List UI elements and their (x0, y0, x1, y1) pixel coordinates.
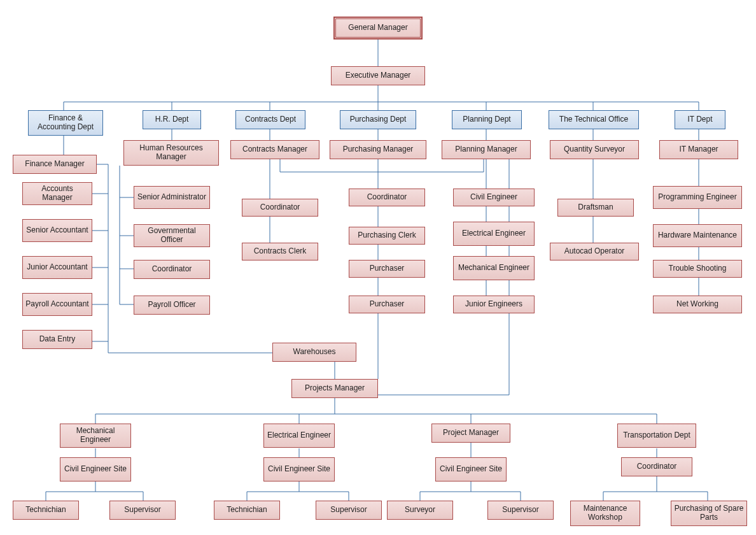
label: Projects Manager (305, 384, 365, 393)
node-warehouses: Warehouses (272, 343, 356, 362)
pm-surveyor: Surveyor (387, 501, 453, 520)
label: Supervisor (330, 506, 367, 515)
label: Electrical Engineer (462, 229, 526, 238)
label: Mechanical Engineer (458, 264, 529, 273)
pm-civil-site-3: Civil Engineer Site (435, 457, 507, 481)
mgr-finance: Finance Manager (13, 155, 97, 174)
hr-senior-administrator: Senior Administrator (134, 186, 210, 209)
label: Planning Dept (463, 115, 510, 124)
label: Finance & Accounting Dept (31, 114, 100, 132)
purchasing-purchaser-1: Purchaser (349, 260, 425, 278)
label: Governmental Officer (137, 227, 207, 245)
label: Supervisor (502, 506, 538, 515)
mgr-contracts: Contracts Manager (230, 140, 319, 159)
finance-accounts-manager: Accounts Manager (22, 182, 92, 205)
pm-transportation-dept: Transportation Dept (617, 424, 696, 448)
label: Coordinator (152, 265, 192, 274)
label: Contracts Clerk (254, 247, 307, 256)
planning-mechanical-engineer: Mechanical Engineer (453, 256, 535, 280)
label: The Technical Office (559, 115, 628, 124)
dept-it: IT Dept (675, 110, 725, 129)
label: Payroll Accountant (25, 300, 88, 309)
finance-payroll-accountant: Payroll Accountant (22, 293, 92, 316)
label: Mechanical Engineer (63, 427, 128, 445)
label: Coordinator (637, 462, 677, 471)
label: IT Manager (679, 145, 718, 154)
node-general-manager: General Manager (333, 17, 423, 39)
label: Data Entry (39, 335, 76, 344)
purchasing-purchaser-2: Purchaser (349, 296, 425, 313)
pm-supervisor-1: Supervisor (109, 501, 176, 520)
dept-hr: H.R. Dept (143, 110, 201, 129)
label: Supervisor (124, 506, 160, 515)
pm-purchasing-spare-parts: Purchasing of Spare Parts (671, 501, 747, 526)
label: Contracts Dept (245, 115, 296, 124)
label: Surveyor (405, 506, 435, 515)
label: Warehouses (293, 348, 336, 357)
label: Payroll Officer (148, 301, 195, 310)
node-executive-manager: Executive Manager (331, 66, 425, 85)
label: Technichian (227, 506, 267, 515)
label: Project Manager (443, 429, 499, 438)
pm-coordinator: Coordinator (621, 457, 692, 476)
pm-maintenance-workshop: Maintenance Workshop (570, 501, 640, 526)
label: Transportation Dept (623, 431, 690, 440)
label: Senior Accountant (26, 226, 88, 235)
pm-civil-site-1: Civil Engineer Site (60, 457, 131, 481)
label: Senior Administrator (137, 193, 206, 202)
dept-purchasing: Purchasing Dept (340, 110, 416, 129)
label: Purchaser (370, 300, 405, 309)
label: Coordinator (260, 203, 300, 212)
planning-electrical-engineer: Electrical Engineer (453, 222, 535, 246)
technical-autocad-operator: Autocad Operator (550, 243, 639, 260)
label: Planning Manager (455, 145, 517, 154)
finance-data-entry: Data Entry (22, 330, 92, 349)
pm-civil-site-2: Civil Engineer Site (263, 457, 335, 481)
label: H.R. Dept (155, 115, 189, 124)
it-trouble-shooting: Trouble Shooting (653, 260, 742, 278)
mgr-hr: Human Resources Manager (123, 140, 219, 166)
label: Junior Engineers (465, 300, 522, 309)
pm-supervisor-2: Supervisor (316, 501, 382, 520)
contracts-clerk: Contracts Clerk (242, 243, 318, 260)
label: Civil Engineer Site (440, 465, 502, 474)
label: Hardware Maintenance (658, 231, 737, 240)
purchasing-clerk: Purchasing Clerk (349, 227, 425, 245)
it-programming-engineer: Programming Engineer (653, 186, 742, 209)
label: Executive Manager (346, 71, 411, 80)
label: Finance Manager (25, 160, 84, 169)
hr-governmental-officer: Governmental Officer (134, 224, 210, 247)
label: Electrical Engineer (267, 431, 331, 440)
dept-finance: Finance & Accounting Dept (28, 110, 103, 136)
label: Purchasing Manager (343, 145, 414, 154)
pm-technichian-1: Technichian (13, 501, 79, 520)
label: Draftsman (578, 203, 613, 212)
label: Civil Engineer (470, 193, 517, 202)
pm-supervisor-3: Supervisor (487, 501, 554, 520)
label: Civil Engineer Site (268, 465, 330, 474)
label: Purchaser (370, 264, 405, 273)
node-projects-manager: Projects Manager (291, 379, 378, 398)
finance-senior-accountant: Senior Accountant (22, 219, 92, 242)
planning-junior-engineers: Junior Engineers (453, 296, 535, 313)
contracts-coordinator: Coordinator (242, 199, 318, 217)
it-networking: Net Working (653, 296, 742, 313)
label: Contracts Manager (242, 145, 307, 154)
label: Purchasing Clerk (358, 231, 416, 240)
mgr-technical: Quantity Surveyor (550, 140, 639, 159)
label: Quantity Surveyor (564, 145, 625, 154)
label: Coordinator (367, 193, 407, 202)
label: Civil Engineer Site (64, 465, 127, 474)
hr-coordinator: Coordinator (134, 260, 210, 279)
pm-technichian-2: Technichian (214, 501, 280, 520)
label: Junior Accountant (27, 263, 87, 272)
label: Autocad Operator (564, 247, 625, 256)
label: Human Resources Manager (127, 144, 216, 162)
dept-contracts: Contracts Dept (235, 110, 305, 129)
pm-electrical-engineer: Electrical Engineer (263, 424, 335, 448)
pm-mechanical-engineer: Mechanical Engineer (60, 424, 131, 448)
it-hardware-maintenance: Hardware Maintenance (653, 224, 742, 247)
dept-technical: The Technical Office (549, 110, 639, 129)
pm-project-manager: Project Manager (431, 424, 510, 443)
label: Net Working (676, 300, 718, 309)
